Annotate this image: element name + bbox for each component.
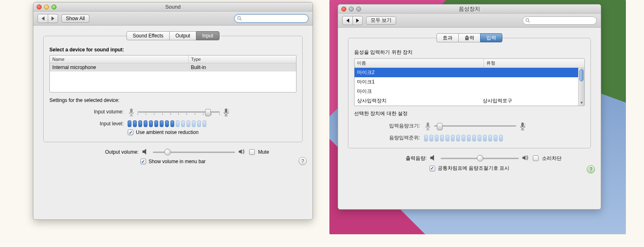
- speaker-low-icon: [142, 148, 149, 156]
- help-button[interactable]: ?: [299, 157, 307, 165]
- svg-point-0: [238, 16, 240, 19]
- scroll-down-icon[interactable]: ▼: [580, 101, 583, 105]
- scrollbar[interactable]: ▼: [578, 68, 584, 106]
- level-bar: [192, 120, 196, 127]
- level-bar: [187, 120, 190, 127]
- col-type[interactable]: Type: [189, 55, 296, 63]
- tab-output[interactable]: 출력: [458, 33, 481, 42]
- show-in-menubar-checkbox[interactable]: [140, 159, 146, 164]
- titlebar[interactable]: Sound: [33, 2, 313, 12]
- col-name[interactable]: Name: [50, 55, 189, 63]
- forward-button[interactable]: [48, 14, 58, 23]
- level-bar: [472, 135, 476, 141]
- input-volume-label: Input volume:: [49, 109, 124, 115]
- select-device-label: Select a device for sound input:: [49, 47, 296, 53]
- output-volume-slider[interactable]: [441, 154, 519, 162]
- mute-label: Mute: [258, 149, 269, 155]
- input-level-label: 음량입력준위:: [354, 134, 420, 141]
- speaker-high-icon: [522, 155, 530, 162]
- svg-point-11: [526, 18, 529, 21]
- search-field[interactable]: [523, 16, 597, 25]
- tab-input[interactable]: 입력: [480, 33, 502, 42]
- level-bar: [181, 120, 185, 127]
- speaker-high-icon: [238, 148, 246, 156]
- mute-checkbox[interactable]: [533, 155, 539, 161]
- device-row[interactable]: 상사입력장치 상사입력포구: [355, 96, 578, 106]
- output-volume-label: Output volume:: [77, 149, 139, 155]
- mic-low-icon: [128, 106, 135, 117]
- level-bar: [451, 135, 455, 141]
- select-device-label: 음성을 입력하기 위한 장치: [354, 49, 585, 56]
- input-volume-slider[interactable]: [434, 122, 516, 130]
- mute-label: 소리차단: [542, 155, 562, 162]
- tab-effects[interactable]: 효과: [436, 33, 459, 42]
- show-in-menubar-checkbox[interactable]: [429, 166, 435, 171]
- device-row[interactable]: 마이크: [355, 87, 578, 96]
- device-row[interactable]: Internal microphone Built-in: [50, 63, 296, 72]
- help-button[interactable]: ?: [587, 165, 595, 173]
- output-volume-slider[interactable]: [153, 148, 235, 156]
- sound-window-ko: 음성장치 모두 보기 효과 출력 입력 음성을 입력하기 위한 장치 이름 류형: [338, 4, 601, 210]
- speaker-low-icon: [430, 155, 437, 162]
- tabs: Sound Effects Output Input: [43, 31, 303, 40]
- show-in-menubar-label: Show volume in menu bar: [149, 159, 206, 164]
- input-panel: 음성을 입력하기 위한 장치 이름 류형 마이크2 마이크1: [348, 38, 591, 148]
- col-type[interactable]: 류형: [484, 59, 584, 67]
- scrollbar-thumb[interactable]: [579, 69, 583, 81]
- tabs: 효과 출력 입력: [348, 33, 591, 42]
- sound-window-en: Sound Show All Sound Effects Output Inpu…: [33, 2, 313, 220]
- tab-sound-effects[interactable]: Sound Effects: [126, 31, 170, 40]
- input-volume-label: 입력음량크기:: [354, 122, 420, 129]
- level-bar: [424, 135, 428, 141]
- nav-back-forward: [342, 16, 363, 25]
- level-bar: [478, 135, 481, 141]
- level-bar: [154, 120, 158, 127]
- back-button[interactable]: [343, 16, 352, 25]
- ambient-noise-checkbox[interactable]: [128, 129, 133, 135]
- level-bar: [467, 135, 471, 141]
- ambient-noise-label: Use ambient noise reduction: [136, 129, 198, 135]
- input-volume-slider[interactable]: [138, 108, 220, 116]
- level-bar: [499, 135, 503, 141]
- input-level-meter: [424, 135, 503, 141]
- level-bar: [494, 135, 497, 141]
- col-name[interactable]: 이름: [355, 59, 484, 67]
- show-all-button[interactable]: Show All: [61, 14, 89, 23]
- level-bar: [203, 120, 206, 127]
- level-bar: [149, 120, 153, 127]
- level-bar: [440, 135, 444, 141]
- device-list[interactable]: Name Type Internal microphone Built-in: [49, 55, 296, 92]
- device-list[interactable]: 이름 류형 마이크2 마이크1 마이크: [354, 58, 585, 106]
- forward-button[interactable]: [352, 16, 362, 25]
- level-bar: [429, 135, 433, 141]
- window-title: Sound: [33, 4, 313, 10]
- tab-output[interactable]: Output: [169, 31, 196, 40]
- svg-rect-16: [521, 122, 524, 127]
- input-level-meter: [128, 120, 206, 127]
- level-bar: [170, 120, 174, 127]
- search-icon: [525, 18, 530, 23]
- level-bar: [165, 120, 169, 127]
- input-panel: Select a device for sound input: Name Ty…: [43, 36, 303, 142]
- search-icon: [237, 16, 242, 21]
- level-bar: [488, 135, 492, 141]
- window-title: 음성장치: [338, 5, 601, 13]
- level-bar: [462, 135, 465, 141]
- level-bar: [160, 120, 163, 127]
- svg-rect-5: [225, 108, 227, 113]
- level-bar: [446, 135, 449, 141]
- show-all-button[interactable]: 모두 보기: [366, 16, 396, 25]
- level-bar: [133, 120, 137, 127]
- toolbar: Show All: [33, 12, 313, 25]
- device-row[interactable]: 마이크2: [355, 68, 578, 77]
- level-bar: [483, 135, 487, 141]
- mic-high-icon: [519, 120, 526, 131]
- back-button[interactable]: [38, 14, 48, 23]
- titlebar[interactable]: 음성장치: [338, 5, 601, 14]
- mic-low-icon: [424, 120, 432, 131]
- search-field[interactable]: [234, 14, 308, 23]
- mute-checkbox[interactable]: [249, 149, 255, 155]
- device-row[interactable]: 마이크1: [355, 77, 578, 87]
- level-bar: [128, 120, 131, 127]
- tab-input[interactable]: Input: [196, 31, 219, 40]
